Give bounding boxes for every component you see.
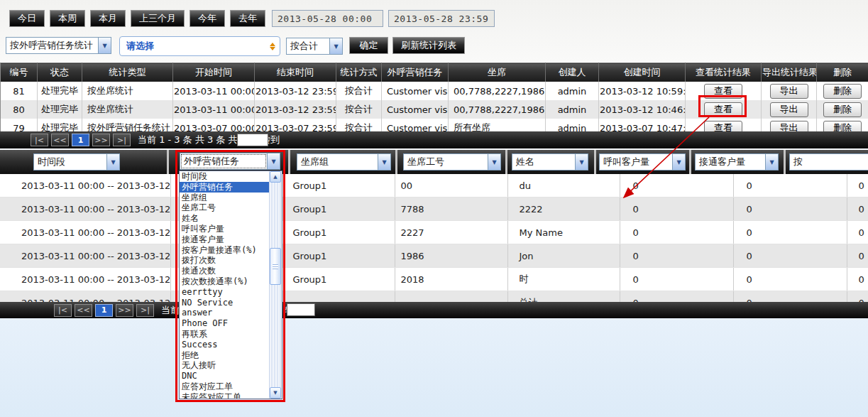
- cell-agent-group: Group1: [284, 174, 395, 197]
- col-header: 创建时间: [599, 63, 686, 82]
- cell-connected: 0: [733, 197, 847, 221]
- refresh-stats-list-button[interactable]: 刷新统计列表: [392, 37, 465, 54]
- stat-mode-select[interactable]: 按合计 ▼: [286, 38, 343, 55]
- col-header: 开始时间: [173, 63, 255, 82]
- goto-page-input[interactable]: [237, 134, 268, 146]
- dropdown-option[interactable]: Phone OFF: [180, 318, 269, 329]
- dropdown-option[interactable]: eerrttyy: [180, 287, 269, 298]
- task-combobox[interactable]: 请选择: [119, 36, 280, 56]
- dropdown-option[interactable]: 坐席工号: [180, 202, 269, 213]
- dropdown-option[interactable]: 接通次数: [180, 266, 269, 276]
- cell-agent-group: Group1: [284, 197, 395, 221]
- column-select-value: 呼叫客户量: [600, 154, 672, 170]
- dropdown-options: 时间段 外呼营销任务 坐席组 坐席工号 姓名 呼叫客户量 接通客户量 按客户量接…: [180, 171, 269, 399]
- next-page-button[interactable]: >>: [92, 134, 110, 146]
- results-pagination-bar: |< << 1 >> >| 当前 1 - 3 条 共 3 条 共 1 页 转到: [0, 131, 868, 148]
- dropdown-option[interactable]: Success: [180, 340, 269, 350]
- column-select-name[interactable]: 姓名 ▼: [512, 153, 588, 170]
- export-result-button[interactable]: 导出: [770, 102, 808, 117]
- view-result-button[interactable]: 查看: [704, 102, 742, 117]
- column-select-connected-customers[interactable]: 接通客户量 ▼: [695, 153, 779, 170]
- dropdown-option[interactable]: 应答对应工单: [180, 381, 269, 392]
- col-header: 统计方式: [336, 63, 382, 82]
- stat-type-select[interactable]: 按外呼营销任务统计 ▼: [6, 37, 111, 54]
- column-select-agent-id[interactable]: 坐席工号 ▼: [403, 153, 501, 170]
- dropdown-option[interactable]: DNC: [180, 371, 269, 381]
- table-row: 80 处理完毕 按坐席统计 2013-03-11 00:00 2013-03-1…: [1, 100, 868, 119]
- this-year-button[interactable]: 今年: [189, 10, 225, 27]
- last-three-months-button[interactable]: 上三个月: [131, 10, 185, 27]
- cell-creator: admin: [546, 100, 599, 119]
- today-button[interactable]: 今日: [9, 10, 45, 27]
- column-select-clipped[interactable]: 按 ▼: [789, 153, 868, 170]
- cell-time-range: 2013-03-11 00:00 -- 2013-03-12 23:59: [0, 268, 170, 291]
- this-week-button[interactable]: 本周: [50, 10, 85, 27]
- column-dropdown-list: 时间段 外呼营销任务 坐席组 坐席工号 姓名 呼叫客户量 接通客户量 按客户量接…: [179, 170, 282, 399]
- chevron-down-icon: ▼: [575, 154, 588, 170]
- scrollbar-thumb[interactable]: [270, 248, 281, 285]
- app-root: 今日 本周 本月 上三个月 今年 去年 按外呼营销任务统计 ▼ 请选择 按合计 …: [0, 0, 868, 417]
- cell-task: Customer visit,: [382, 100, 449, 119]
- column-select-value: 坐席组: [297, 154, 378, 170]
- column-select-time-range[interactable]: 时间段 ▼: [33, 153, 120, 170]
- dropdown-option-selected[interactable]: 外呼营销任务: [180, 182, 269, 193]
- task-combobox-placeholder: 请选择: [120, 40, 265, 53]
- dropdown-option[interactable]: 无人接听: [180, 360, 269, 371]
- column-select-task-open[interactable]: 外呼营销任务 ▼: [180, 153, 280, 170]
- cell-name: du: [507, 174, 620, 197]
- this-month-button[interactable]: 本月: [90, 10, 126, 27]
- delete-result-button[interactable]: 删除: [823, 84, 862, 99]
- dropdown-scrollbar[interactable]: ▲ ▼: [269, 171, 282, 399]
- cell-agents: 00,7788,2227,1986,2018,: [449, 82, 546, 100]
- dropdown-option[interactable]: NO Service: [180, 298, 269, 308]
- cell-end: 2013-03-12 23:59: [255, 100, 336, 119]
- goto-page-input[interactable]: [287, 303, 315, 316]
- current-page-button[interactable]: 1: [72, 134, 89, 146]
- dropdown-option[interactable]: 按客户量接通率(%): [180, 245, 269, 256]
- dropdown-option[interactable]: 呼叫客户量: [180, 224, 269, 234]
- detail-table: 2013-03-11 00:00 -- 2013-03-12 23:59 Gro…: [0, 174, 868, 315]
- end-datetime-input[interactable]: [388, 10, 495, 27]
- next-page-button[interactable]: >>: [116, 304, 133, 317]
- cell-name: 时: [507, 268, 620, 291]
- first-page-button[interactable]: |<: [31, 134, 48, 146]
- first-page-button[interactable]: |<: [54, 304, 72, 317]
- results-table: 编号 状态 统计类型 开始时间 结束时间 统计方式 外呼营销任务 坐席 创建人 …: [0, 63, 868, 138]
- dropdown-option[interactable]: 按次数接通率(%): [180, 276, 269, 287]
- delete-result-button[interactable]: 删除: [823, 102, 862, 117]
- prev-page-button[interactable]: <<: [51, 134, 69, 146]
- cell-rate: 0: [847, 268, 868, 291]
- cell-rate: 0: [847, 174, 868, 197]
- col-header: 统计类型: [82, 63, 173, 82]
- view-result-button[interactable]: 查看: [704, 84, 742, 99]
- dropdown-option-clipped[interactable]: 未应答对应工单: [180, 392, 269, 399]
- scroll-up-icon[interactable]: ▲: [270, 171, 281, 183]
- results-header-row: 编号 状态 统计类型 开始时间 结束时间 统计方式 外呼营销任务 坐席 创建人 …: [1, 63, 868, 82]
- cell-called: 0: [620, 174, 733, 197]
- start-datetime-input[interactable]: [272, 10, 383, 27]
- scroll-down-icon[interactable]: ▼: [270, 387, 281, 399]
- cell-rate: 0: [847, 197, 868, 221]
- confirm-button[interactable]: 确定: [349, 37, 388, 54]
- column-select-agent-group[interactable]: 坐席组 ▼: [297, 153, 391, 170]
- last-page-button[interactable]: >|: [136, 304, 154, 317]
- last-page-button[interactable]: >|: [113, 134, 131, 146]
- dropdown-option[interactable]: answer: [180, 308, 269, 318]
- export-result-button[interactable]: 导出: [770, 84, 808, 99]
- dropdown-option[interactable]: 拨打次数: [180, 255, 269, 266]
- dropdown-option[interactable]: 姓名: [180, 213, 269, 224]
- column-select-called-customers[interactable]: 呼叫客户量 ▼: [599, 153, 686, 170]
- dropdown-option[interactable]: 坐席组: [180, 193, 269, 203]
- dropdown-option[interactable]: 拒绝: [180, 350, 269, 361]
- current-page-button[interactable]: 1: [95, 304, 113, 317]
- cell-rate: 0: [847, 244, 868, 268]
- dropdown-option[interactable]: 时间段: [180, 171, 269, 182]
- stat-type-select-value: 按外呼营销任务统计: [6, 38, 98, 53]
- prev-page-button[interactable]: <<: [75, 304, 92, 317]
- dropdown-option[interactable]: 接通客户量: [180, 234, 269, 245]
- cell-task: Customer visit,: [382, 82, 449, 100]
- chevron-down-icon: ▼: [329, 38, 342, 54]
- cell-created: 2013-03-12 10:59:07: [599, 82, 686, 100]
- last-year-button[interactable]: 去年: [230, 10, 265, 27]
- dropdown-option[interactable]: 再联系: [180, 329, 269, 340]
